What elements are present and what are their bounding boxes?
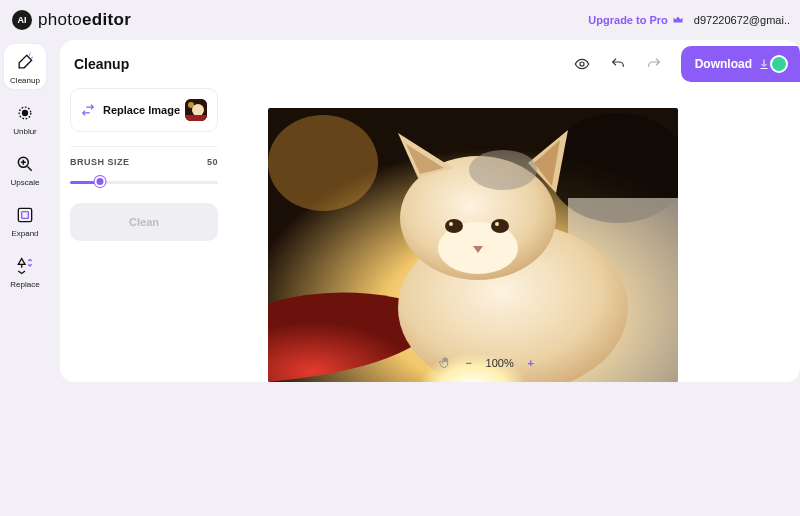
photo-canvas[interactable] (268, 108, 678, 382)
zoom-out-button[interactable]: − (460, 354, 478, 372)
canvas-area[interactable] (228, 88, 800, 382)
logo-mark: AI (12, 10, 32, 30)
sidebar-item-unblur[interactable]: Unblur (4, 95, 46, 140)
svg-rect-3 (18, 208, 31, 221)
app-header: AI photoeditor Upgrade to Pro d97220672@… (0, 0, 800, 40)
crown-icon (672, 14, 684, 26)
undo-button[interactable] (601, 47, 635, 81)
content-row: Replace Image BRUSH SIZE 50 (60, 88, 800, 382)
clean-button[interactable]: Clean (70, 203, 218, 241)
logo-text: photoeditor (38, 10, 131, 30)
cleanup-icon (13, 50, 37, 74)
pan-tool[interactable] (439, 356, 452, 371)
expand-icon (13, 203, 37, 227)
svg-point-5 (580, 62, 584, 66)
svg-rect-9 (185, 115, 207, 121)
redo-icon (646, 56, 662, 72)
preview-button[interactable] (565, 47, 599, 81)
sidebar: Cleanup Unblur Upscale Expand Replace (0, 40, 50, 382)
slider-thumb[interactable] (94, 176, 105, 187)
download-label: Download (695, 57, 752, 71)
svg-point-8 (188, 102, 194, 108)
avatar (770, 55, 788, 73)
main-toolbar: Cleanup Download (60, 40, 800, 88)
sidebar-item-cleanup[interactable]: Cleanup (4, 44, 46, 89)
redo-button[interactable] (637, 47, 671, 81)
sidebar-item-upscale[interactable]: Upscale (4, 146, 46, 191)
sidebar-item-label: Unblur (13, 127, 37, 136)
swap-icon (81, 103, 95, 117)
svg-point-11 (268, 115, 378, 211)
left-panel: Replace Image BRUSH SIZE 50 (60, 88, 228, 382)
brush-size-label: BRUSH SIZE (70, 157, 130, 167)
page-title: Cleanup (74, 56, 129, 72)
upscale-icon (13, 152, 37, 176)
toolbar-actions: Download (565, 46, 800, 82)
svg-point-18 (445, 219, 463, 233)
sidebar-item-label: Replace (10, 280, 39, 289)
logo-word-editor: editor (82, 10, 131, 29)
download-button[interactable]: Download (681, 46, 800, 82)
svg-rect-4 (22, 212, 29, 219)
replace-left: Replace Image (81, 103, 180, 117)
undo-icon (610, 56, 626, 72)
brush-row: BRUSH SIZE 50 (70, 157, 218, 167)
sidebar-item-replace[interactable]: Replace (4, 248, 46, 293)
zoom-in-button[interactable]: + (522, 354, 540, 372)
sidebar-item-label: Cleanup (10, 76, 40, 85)
brush-size-slider[interactable] (70, 175, 218, 189)
unblur-icon (13, 101, 37, 125)
app-body: Cleanup Unblur Upscale Expand Replace (0, 40, 800, 382)
brush-size-value: 50 (207, 157, 218, 167)
logo-word-photo: photo (38, 10, 82, 29)
brush-size-control: BRUSH SIZE 50 (70, 146, 218, 189)
download-icon (758, 58, 770, 70)
svg-point-16 (469, 150, 537, 190)
svg-point-1 (23, 111, 28, 116)
replace-image-button[interactable]: Replace Image (70, 88, 218, 132)
zoom-controls: − 100% + (439, 354, 540, 372)
sidebar-item-label: Expand (11, 229, 38, 238)
replace-icon (13, 254, 37, 278)
svg-point-19 (491, 219, 509, 233)
image-thumbnail (185, 99, 207, 121)
zoom-level: 100% (486, 357, 514, 369)
user-email[interactable]: d97220672@gmai.. (694, 14, 790, 26)
upgrade-label: Upgrade to Pro (588, 14, 667, 26)
svg-point-20 (449, 222, 453, 226)
main-panel: Cleanup Download (60, 40, 800, 382)
upgrade-link[interactable]: Upgrade to Pro (588, 14, 683, 26)
hand-icon (439, 356, 452, 369)
logo[interactable]: AI photoeditor (12, 10, 131, 30)
replace-image-label: Replace Image (103, 104, 180, 116)
eye-icon (574, 56, 590, 72)
sidebar-item-expand[interactable]: Expand (4, 197, 46, 242)
svg-point-21 (495, 222, 499, 226)
sidebar-item-label: Upscale (11, 178, 40, 187)
header-right: Upgrade to Pro d97220672@gmai.. (588, 14, 790, 26)
